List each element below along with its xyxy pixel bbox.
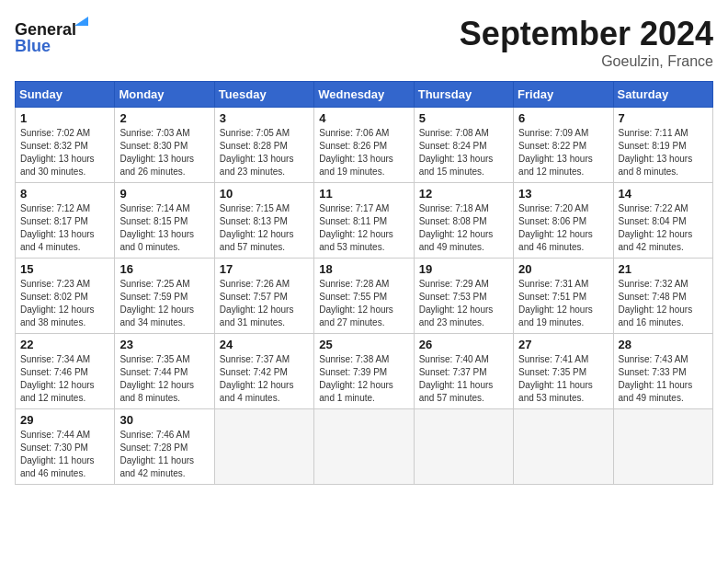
sunset: Sunset: 7:35 PM xyxy=(518,366,608,379)
daylight: Daylight: 13 hours and 0 minutes. xyxy=(119,228,209,254)
daylight: Daylight: 11 hours and 57 minutes. xyxy=(419,379,508,405)
calendar-cell: 7 Sunrise: 7:11 AM Sunset: 8:19 PM Dayli… xyxy=(613,108,712,183)
sunrise: Sunrise: 7:15 AM xyxy=(220,202,309,215)
sunrise: Sunrise: 7:09 AM xyxy=(518,127,608,140)
daylight: Daylight: 12 hours and 1 minute. xyxy=(319,379,408,405)
svg-text:Blue: Blue xyxy=(15,37,51,55)
daylight: Daylight: 12 hours and 12 minutes. xyxy=(20,379,109,405)
day-number: 24 xyxy=(220,338,309,351)
day-number: 11 xyxy=(319,187,408,201)
day-info: Sunrise: 7:31 AM Sunset: 7:51 PM Dayligh… xyxy=(518,278,608,329)
calendar-cell: 5 Sunrise: 7:08 AM Sunset: 8:24 PM Dayli… xyxy=(414,108,513,183)
sunset: Sunset: 8:32 PM xyxy=(20,140,109,153)
sunrise: Sunrise: 7:25 AM xyxy=(119,278,209,291)
sunrise: Sunrise: 7:22 AM xyxy=(619,202,708,215)
calendar-cell: 22 Sunrise: 7:34 AM Sunset: 7:46 PM Dayl… xyxy=(16,334,115,409)
calendar-cell: 13 Sunrise: 7:20 AM Sunset: 8:06 PM Dayl… xyxy=(514,183,613,259)
sunrise: Sunrise: 7:06 AM xyxy=(319,127,408,140)
day-number: 8 xyxy=(20,187,109,201)
sunset: Sunset: 8:28 PM xyxy=(220,140,309,153)
sunrise: Sunrise: 7:17 AM xyxy=(319,202,408,215)
day-number: 16 xyxy=(119,262,209,276)
day-info: Sunrise: 7:17 AM Sunset: 8:11 PM Dayligh… xyxy=(319,202,408,254)
calendar-cell: 1 Sunrise: 7:02 AM Sunset: 8:32 PM Dayli… xyxy=(16,108,115,183)
sunset: Sunset: 8:19 PM xyxy=(619,140,708,153)
day-number: 30 xyxy=(119,413,209,427)
calendar-cell: 3 Sunrise: 7:05 AM Sunset: 8:28 PM Dayli… xyxy=(214,108,313,183)
day-number: 17 xyxy=(220,262,309,276)
page-header: General Blue September 2024 Goeulzin, Fr… xyxy=(15,15,713,70)
sunset: Sunset: 7:59 PM xyxy=(119,291,209,304)
sunset: Sunset: 7:37 PM xyxy=(419,366,508,379)
sunset: Sunset: 8:30 PM xyxy=(119,140,209,153)
daylight: Daylight: 13 hours and 15 minutes. xyxy=(419,153,508,178)
calendar-cell: 30 Sunrise: 7:46 AM Sunset: 7:28 PM Dayl… xyxy=(115,409,214,485)
day-number: 9 xyxy=(119,187,209,201)
day-info: Sunrise: 7:25 AM Sunset: 7:59 PM Dayligh… xyxy=(119,278,209,329)
calendar-cell xyxy=(514,409,613,485)
weekday-header-wednesday: Wednesday xyxy=(314,82,414,108)
calendar-cell: 20 Sunrise: 7:31 AM Sunset: 7:51 PM Dayl… xyxy=(514,259,613,334)
daylight: Daylight: 11 hours and 46 minutes. xyxy=(20,454,109,480)
day-info: Sunrise: 7:20 AM Sunset: 8:06 PM Dayligh… xyxy=(518,202,608,254)
sunset: Sunset: 7:53 PM xyxy=(419,291,508,304)
day-info: Sunrise: 7:05 AM Sunset: 8:28 PM Dayligh… xyxy=(220,127,309,178)
day-number: 18 xyxy=(319,262,408,276)
calendar-week-5: 29 Sunrise: 7:44 AM Sunset: 7:30 PM Dayl… xyxy=(16,409,713,485)
day-number: 5 xyxy=(419,111,508,125)
logo-svg: General Blue xyxy=(15,15,97,59)
day-info: Sunrise: 7:35 AM Sunset: 7:44 PM Dayligh… xyxy=(119,353,209,405)
day-number: 21 xyxy=(619,262,708,276)
month-title: September 2024 xyxy=(460,15,713,53)
day-info: Sunrise: 7:37 AM Sunset: 7:42 PM Dayligh… xyxy=(220,353,309,405)
sunset: Sunset: 8:26 PM xyxy=(319,140,408,153)
calendar-cell xyxy=(214,409,313,485)
calendar-table: SundayMondayTuesdayWednesdayThursdayFrid… xyxy=(15,81,713,485)
day-info: Sunrise: 7:08 AM Sunset: 8:24 PM Dayligh… xyxy=(419,127,508,178)
sunrise: Sunrise: 7:28 AM xyxy=(319,278,408,291)
day-info: Sunrise: 7:26 AM Sunset: 7:57 PM Dayligh… xyxy=(220,278,309,329)
day-info: Sunrise: 7:06 AM Sunset: 8:26 PM Dayligh… xyxy=(319,127,408,178)
day-number: 13 xyxy=(518,187,608,201)
calendar-cell: 15 Sunrise: 7:23 AM Sunset: 8:02 PM Dayl… xyxy=(16,259,115,334)
day-number: 10 xyxy=(220,187,309,201)
calendar-cell: 23 Sunrise: 7:35 AM Sunset: 7:44 PM Dayl… xyxy=(115,334,214,409)
daylight: Daylight: 12 hours and 46 minutes. xyxy=(518,228,608,254)
calendar-cell xyxy=(613,409,712,485)
calendar-cell: 11 Sunrise: 7:17 AM Sunset: 8:11 PM Dayl… xyxy=(314,183,414,259)
calendar-cell: 16 Sunrise: 7:25 AM Sunset: 7:59 PM Dayl… xyxy=(115,259,214,334)
day-info: Sunrise: 7:22 AM Sunset: 8:04 PM Dayligh… xyxy=(619,202,708,254)
calendar-week-1: 1 Sunrise: 7:02 AM Sunset: 8:32 PM Dayli… xyxy=(16,108,713,183)
day-info: Sunrise: 7:03 AM Sunset: 8:30 PM Dayligh… xyxy=(119,127,209,178)
day-info: Sunrise: 7:09 AM Sunset: 8:22 PM Dayligh… xyxy=(518,127,608,178)
daylight: Daylight: 11 hours and 49 minutes. xyxy=(619,379,708,405)
daylight: Daylight: 12 hours and 57 minutes. xyxy=(220,228,309,254)
sunrise: Sunrise: 7:44 AM xyxy=(20,429,109,442)
svg-text:General: General xyxy=(15,20,76,39)
daylight: Daylight: 12 hours and 38 minutes. xyxy=(20,304,109,329)
daylight: Daylight: 13 hours and 4 minutes. xyxy=(20,228,109,254)
location: Goeulzin, France xyxy=(460,53,713,70)
sunset: Sunset: 7:33 PM xyxy=(619,366,708,379)
sunset: Sunset: 7:57 PM xyxy=(220,291,309,304)
day-number: 3 xyxy=(220,111,309,125)
sunset: Sunset: 8:04 PM xyxy=(619,215,708,228)
daylight: Daylight: 12 hours and 8 minutes. xyxy=(119,379,209,405)
day-number: 20 xyxy=(518,262,608,276)
sunrise: Sunrise: 7:35 AM xyxy=(119,353,209,366)
daylight: Daylight: 11 hours and 53 minutes. xyxy=(518,379,608,405)
daylight: Daylight: 12 hours and 16 minutes. xyxy=(619,304,708,329)
calendar-cell xyxy=(314,409,414,485)
calendar-cell: 24 Sunrise: 7:37 AM Sunset: 7:42 PM Dayl… xyxy=(214,334,313,409)
calendar-cell: 8 Sunrise: 7:12 AM Sunset: 8:17 PM Dayli… xyxy=(16,183,115,259)
daylight: Daylight: 12 hours and 49 minutes. xyxy=(419,228,508,254)
sunset: Sunset: 7:48 PM xyxy=(619,291,708,304)
sunrise: Sunrise: 7:41 AM xyxy=(518,353,608,366)
day-number: 15 xyxy=(20,262,109,276)
daylight: Daylight: 13 hours and 8 minutes. xyxy=(619,153,708,178)
logo-block: General Blue xyxy=(15,15,97,63)
daylight: Daylight: 12 hours and 53 minutes. xyxy=(319,228,408,254)
calendar-cell: 6 Sunrise: 7:09 AM Sunset: 8:22 PM Dayli… xyxy=(514,108,613,183)
calendar-cell: 19 Sunrise: 7:29 AM Sunset: 7:53 PM Dayl… xyxy=(414,259,513,334)
weekday-header-monday: Monday xyxy=(115,82,214,108)
